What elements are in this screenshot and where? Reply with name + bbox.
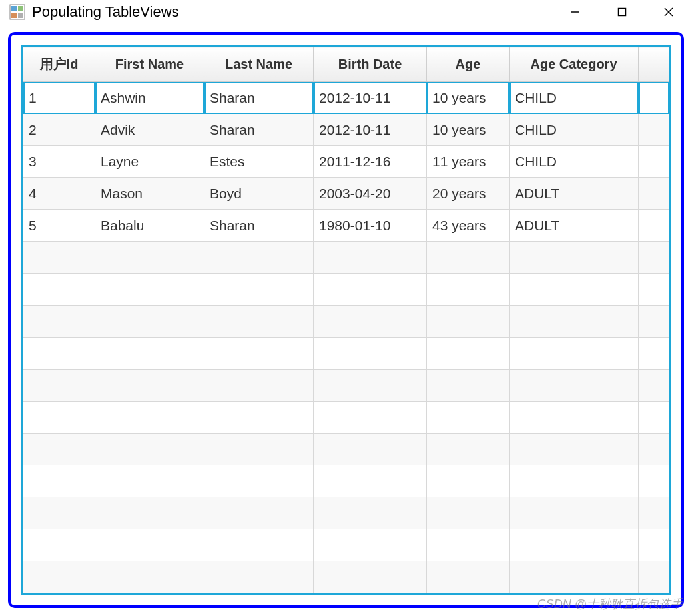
cell-empty bbox=[427, 434, 510, 465]
cell-empty bbox=[314, 306, 427, 338]
cell-last[interactable]: Sharan bbox=[204, 114, 314, 146]
maximize-button[interactable] bbox=[599, 0, 645, 24]
cell-empty bbox=[95, 402, 204, 434]
svg-rect-4 bbox=[18, 13, 23, 18]
cell-empty bbox=[204, 497, 314, 529]
cell-empty bbox=[639, 497, 669, 529]
window-controls bbox=[552, 0, 692, 24]
cell-last[interactable]: Boyd bbox=[204, 178, 314, 210]
cell-birth[interactable]: 2012-10-11 bbox=[314, 82, 427, 114]
cell-empty bbox=[510, 338, 639, 370]
cell-empty bbox=[95, 242, 204, 274]
cell-empty bbox=[314, 497, 427, 529]
column-header-age[interactable]: Age bbox=[427, 47, 510, 82]
cell-id[interactable]: 5 bbox=[23, 210, 95, 242]
cell-age[interactable]: 10 years bbox=[427, 82, 510, 114]
cell-empty bbox=[95, 274, 204, 306]
cell-age[interactable]: 43 years bbox=[427, 210, 510, 242]
cell-empty bbox=[427, 529, 510, 561]
cell-empty bbox=[204, 274, 314, 306]
cell-empty bbox=[639, 529, 669, 561]
cell-empty bbox=[314, 402, 427, 434]
table-row-empty bbox=[23, 338, 669, 370]
column-header-userid[interactable]: 用户Id bbox=[23, 47, 95, 82]
cell-first[interactable]: Mason bbox=[95, 178, 204, 210]
cell-empty bbox=[639, 370, 669, 402]
cell-first[interactable]: Babalu bbox=[95, 210, 204, 242]
table-view[interactable]: 用户Id First Name Last Name Birth Date Age… bbox=[21, 45, 671, 595]
cell-filler bbox=[639, 178, 669, 210]
cell-cat[interactable]: CHILD bbox=[510, 114, 639, 146]
table-row[interactable]: 3LayneEstes2011-12-1611 yearsCHILD bbox=[23, 146, 669, 178]
cell-last[interactable]: Sharan bbox=[204, 82, 314, 114]
cell-empty bbox=[23, 402, 95, 434]
cell-first[interactable]: Advik bbox=[95, 114, 204, 146]
content-border: 用户Id First Name Last Name Birth Date Age… bbox=[8, 32, 684, 608]
cell-empty bbox=[23, 370, 95, 402]
table-body: 1AshwinSharan2012-10-1110 yearsCHILD2Adv… bbox=[23, 82, 669, 593]
table-row[interactable]: 5BabaluSharan1980-01-1043 yearsADULT bbox=[23, 210, 669, 242]
table-row[interactable]: 1AshwinSharan2012-10-1110 yearsCHILD bbox=[23, 82, 669, 114]
column-header-lastname[interactable]: Last Name bbox=[204, 47, 314, 82]
cell-empty bbox=[639, 306, 669, 338]
cell-empty bbox=[510, 242, 639, 274]
column-header-agecategory[interactable]: Age Category bbox=[510, 47, 639, 82]
cell-empty bbox=[314, 529, 427, 561]
table-header: 用户Id First Name Last Name Birth Date Age… bbox=[23, 47, 669, 82]
cell-last[interactable]: Sharan bbox=[204, 210, 314, 242]
cell-id[interactable]: 2 bbox=[23, 114, 95, 146]
cell-empty bbox=[204, 306, 314, 338]
cell-first[interactable]: Layne bbox=[95, 146, 204, 178]
svg-rect-6 bbox=[619, 9, 626, 16]
table-row-empty bbox=[23, 274, 669, 306]
table-row-empty bbox=[23, 529, 669, 561]
table-row[interactable]: 2AdvikSharan2012-10-1110 yearsCHILD bbox=[23, 114, 669, 146]
cell-empty bbox=[510, 561, 639, 593]
cell-age[interactable]: 10 years bbox=[427, 114, 510, 146]
cell-id[interactable]: 1 bbox=[23, 82, 95, 114]
cell-empty bbox=[510, 402, 639, 434]
close-button[interactable] bbox=[645, 0, 692, 24]
cell-cat[interactable]: ADULT bbox=[510, 210, 639, 242]
cell-empty bbox=[427, 274, 510, 306]
cell-age[interactable]: 20 years bbox=[427, 178, 510, 210]
cell-empty bbox=[95, 370, 204, 402]
table-row-empty bbox=[23, 402, 669, 434]
table-row-empty bbox=[23, 561, 669, 593]
cell-empty bbox=[639, 338, 669, 370]
titlebar[interactable]: Populating TableViews bbox=[0, 0, 692, 24]
cell-empty bbox=[427, 370, 510, 402]
cell-empty bbox=[95, 465, 204, 497]
cell-empty bbox=[204, 529, 314, 561]
cell-id[interactable]: 3 bbox=[23, 146, 95, 178]
cell-empty bbox=[510, 306, 639, 338]
cell-last[interactable]: Estes bbox=[204, 146, 314, 178]
minimize-button[interactable] bbox=[552, 0, 599, 24]
svg-rect-3 bbox=[11, 13, 17, 18]
column-header-filler bbox=[639, 47, 669, 82]
cell-age[interactable]: 11 years bbox=[427, 146, 510, 178]
cell-cat[interactable]: CHILD bbox=[510, 146, 639, 178]
table-row-empty bbox=[23, 370, 669, 402]
column-header-birthdate[interactable]: Birth Date bbox=[314, 47, 427, 82]
cell-birth[interactable]: 1980-01-10 bbox=[314, 210, 427, 242]
cell-id[interactable]: 4 bbox=[23, 178, 95, 210]
window-title: Populating TableViews bbox=[32, 3, 552, 21]
cell-birth[interactable]: 2003-04-20 bbox=[314, 178, 427, 210]
cell-first[interactable]: Ashwin bbox=[95, 82, 204, 114]
cell-filler bbox=[639, 82, 669, 114]
cell-empty bbox=[204, 338, 314, 370]
cell-cat[interactable]: CHILD bbox=[510, 82, 639, 114]
cell-empty bbox=[23, 561, 95, 593]
table-row[interactable]: 4MasonBoyd2003-04-2020 yearsADULT bbox=[23, 178, 669, 210]
cell-birth[interactable]: 2011-12-16 bbox=[314, 146, 427, 178]
cell-empty bbox=[639, 242, 669, 274]
cell-empty bbox=[23, 434, 95, 465]
cell-cat[interactable]: ADULT bbox=[510, 178, 639, 210]
app-window: Populating TableViews bbox=[0, 0, 692, 616]
cell-birth[interactable]: 2012-10-11 bbox=[314, 114, 427, 146]
cell-empty bbox=[427, 561, 510, 593]
data-table: 用户Id First Name Last Name Birth Date Age… bbox=[23, 47, 669, 593]
column-header-firstname[interactable]: First Name bbox=[95, 47, 204, 82]
cell-empty bbox=[314, 434, 427, 465]
